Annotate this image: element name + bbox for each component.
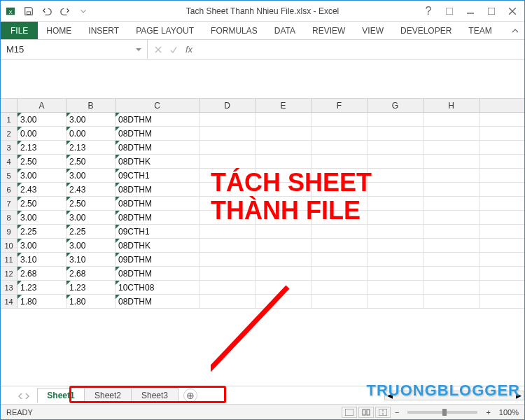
cell[interactable]: 08DTHK	[115, 239, 200, 252]
sheet-tab-sheet3[interactable]: Sheet3	[131, 388, 178, 403]
cell[interactable]	[255, 267, 312, 280]
cell[interactable]	[200, 183, 255, 196]
cell[interactable]: 2.25	[66, 225, 115, 238]
fx-label[interactable]: fx	[183, 44, 192, 55]
cell[interactable]	[200, 197, 255, 210]
cell[interactable]: 2.13	[18, 141, 66, 154]
cell[interactable]	[255, 141, 312, 154]
cell[interactable]	[255, 295, 312, 308]
cell[interactable]: 3.00	[66, 169, 115, 182]
cell[interactable]	[255, 281, 312, 294]
cell[interactable]	[312, 127, 368, 140]
row-header[interactable]: 11	[1, 253, 18, 266]
row-header[interactable]: 2	[1, 127, 18, 140]
cell[interactable]: 08DTHM	[115, 267, 200, 280]
cell[interactable]	[200, 155, 255, 168]
cell[interactable]	[312, 211, 368, 224]
cell[interactable]: 0.00	[66, 127, 115, 140]
cell[interactable]: 3.00	[66, 239, 115, 252]
zoom-slider[interactable]	[407, 411, 477, 414]
cell[interactable]	[312, 197, 368, 210]
cell[interactable]	[424, 267, 479, 280]
cell[interactable]	[200, 113, 255, 126]
row-header[interactable]: 1	[1, 113, 18, 126]
name-box[interactable]: M15	[1, 40, 148, 59]
row-header[interactable]: 6	[1, 183, 18, 196]
cell[interactable]	[255, 155, 312, 168]
cell[interactable]	[255, 239, 312, 252]
cell[interactable]	[312, 225, 368, 238]
cell[interactable]: 3.00	[66, 113, 115, 126]
cell[interactable]	[424, 183, 479, 196]
cell[interactable]	[255, 183, 312, 196]
cell[interactable]: 08DTHM	[115, 183, 200, 196]
cell[interactable]	[424, 253, 479, 266]
cell[interactable]	[200, 169, 255, 182]
cell[interactable]: 1.80	[66, 295, 115, 308]
cell[interactable]: 3.00	[18, 239, 66, 252]
cell[interactable]	[312, 295, 368, 308]
cell[interactable]: 2.50	[66, 197, 115, 210]
zoom-value[interactable]: 100%	[495, 408, 519, 416]
cell[interactable]	[368, 211, 424, 224]
qat-customize-icon[interactable]	[76, 4, 90, 18]
cell[interactable]: 2.68	[66, 267, 115, 280]
tab-page-layout[interactable]: PAGE LAYOUT	[127, 22, 202, 39]
row-header[interactable]: 4	[1, 155, 18, 168]
cell[interactable]	[200, 295, 255, 308]
cell[interactable]: 2.25	[18, 225, 66, 238]
col-header[interactable]: H	[424, 99, 479, 112]
cell[interactable]	[368, 197, 424, 210]
cell[interactable]	[200, 141, 255, 154]
ribbon-collapse-icon[interactable]	[512, 22, 524, 39]
cell[interactable]: 08DTHK	[115, 155, 200, 168]
cell[interactable]	[312, 267, 368, 280]
cell[interactable]: 2.43	[18, 183, 66, 196]
col-header[interactable]: E	[255, 99, 312, 112]
cell[interactable]	[312, 253, 368, 266]
horizontal-scrollbar[interactable]: ◂ ▸	[384, 391, 524, 400]
cell[interactable]	[200, 239, 255, 252]
cell[interactable]	[424, 295, 479, 308]
cell[interactable]	[368, 183, 424, 196]
row-header[interactable]: 7	[1, 197, 18, 210]
cell[interactable]	[368, 267, 424, 280]
view-page-break-icon[interactable]	[375, 407, 391, 418]
tab-insert[interactable]: INSERT	[80, 22, 127, 39]
cell[interactable]: 3.00	[18, 211, 66, 224]
redo-icon[interactable]	[58, 4, 72, 18]
cell[interactable]: 09CTH1	[115, 225, 200, 238]
cell[interactable]	[424, 141, 479, 154]
row-header[interactable]: 10	[1, 239, 18, 252]
row-header[interactable]: 8	[1, 211, 18, 224]
cell[interactable]: 1.23	[66, 281, 115, 294]
col-header[interactable]: B	[66, 99, 115, 112]
cell[interactable]: 08DTHM	[115, 211, 200, 224]
cell[interactable]	[424, 113, 479, 126]
cell[interactable]	[312, 183, 368, 196]
cell[interactable]: 1.23	[18, 281, 66, 294]
cell[interactable]: 3.00	[18, 169, 66, 182]
sheet-nav-prev-icon[interactable]	[18, 389, 23, 402]
view-page-layout-icon[interactable]	[358, 407, 374, 418]
cell[interactable]: 10CTH08	[115, 281, 200, 294]
cell[interactable]	[424, 281, 479, 294]
cell[interactable]: 2.68	[18, 267, 66, 280]
tab-data[interactable]: DATA	[266, 22, 304, 39]
row-header[interactable]: 13	[1, 281, 18, 294]
zoom-in-icon[interactable]: +	[483, 408, 493, 416]
cell[interactable]	[255, 197, 312, 210]
cell[interactable]: 2.50	[18, 155, 66, 168]
row-header[interactable]: 9	[1, 225, 18, 238]
col-header[interactable]: D	[200, 99, 255, 112]
cell[interactable]	[424, 211, 479, 224]
cell[interactable]	[368, 281, 424, 294]
cell[interactable]	[368, 113, 424, 126]
cell[interactable]: 08DTHM	[115, 127, 200, 140]
cell[interactable]: 08DTHM	[115, 141, 200, 154]
file-tab[interactable]: FILE	[1, 22, 38, 39]
cell[interactable]	[200, 127, 255, 140]
cell[interactable]	[424, 155, 479, 168]
col-header[interactable]: A	[18, 99, 66, 112]
cell[interactable]: 3.00	[66, 211, 115, 224]
